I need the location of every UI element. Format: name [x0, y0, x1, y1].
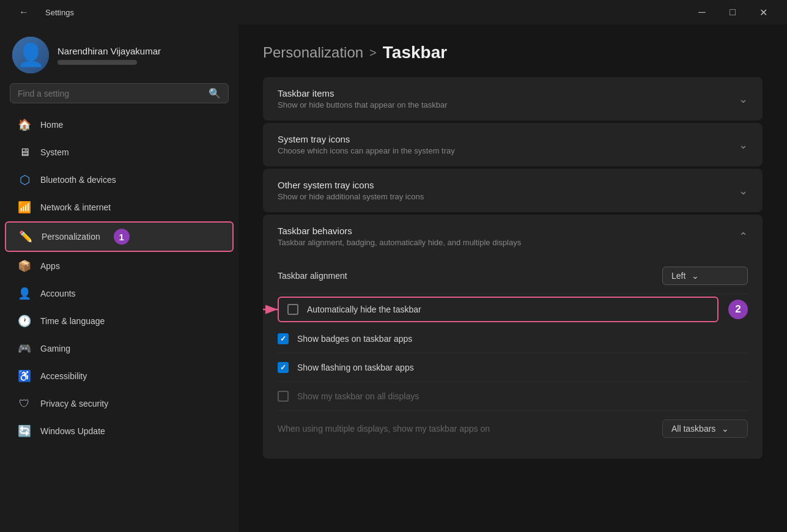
sidebar-item-accessibility[interactable]: ♿ Accessibility — [5, 363, 234, 390]
sidebar-item-label: Time & language — [40, 316, 105, 326]
accordion-info: Other system tray icons Show or hide add… — [278, 180, 424, 201]
sidebar-item-label: Privacy & security — [40, 399, 108, 408]
annotation-badge-2: 2 — [728, 300, 748, 319]
window-controls: ─ □ ✕ — [688, 3, 777, 21]
accordion-subtitle: Taskbar alignment, badging, automaticall… — [278, 238, 521, 247]
time-icon: 🕐 — [17, 314, 32, 328]
home-icon: 🏠 — [17, 117, 32, 132]
sidebar-item-update[interactable]: 🔄 Windows Update — [5, 418, 234, 445]
chevron-down-icon: ⌄ — [739, 184, 748, 198]
accordion-title: Taskbar items — [278, 88, 448, 98]
system-icon: 🖥 — [17, 145, 32, 160]
privacy-icon: 🛡 — [17, 396, 32, 411]
nav-badge-1: 1 — [114, 229, 130, 245]
update-icon: 🔄 — [17, 424, 32, 438]
sidebar-item-label: Apps — [40, 261, 60, 271]
accordion-other-tray: Other system tray icons Show or hide add… — [263, 169, 763, 212]
accordion-info: System tray icons Choose which icons can… — [278, 134, 455, 155]
multiple-displays-label: When using multiple displays, show my ta… — [278, 424, 654, 434]
autohide-highlight: Automatically hide the taskbar — [278, 297, 719, 322]
accordion-title: System tray icons — [278, 134, 455, 144]
show-flashing-label: Show flashing on taskbar apps — [297, 363, 748, 372]
alignment-dropdown[interactable]: Left ⌄ — [662, 267, 748, 285]
arrow-annotation — [263, 297, 284, 322]
search-input[interactable] — [18, 89, 204, 98]
minimize-button[interactable]: ─ — [688, 3, 716, 21]
nav-list: 🏠 Home 🖥 System ⬡ Bluetooth & devices 📶 … — [0, 111, 238, 445]
sidebar-item-time[interactable]: 🕐 Time & language — [5, 308, 234, 334]
close-button[interactable]: ✕ — [749, 3, 777, 21]
sidebar-item-label: System — [40, 147, 69, 157]
search-container: 🔍 — [0, 83, 238, 111]
accordion-taskbar-items: Taskbar items Show or hide buttons that … — [263, 77, 763, 120]
sidebar-item-label: Accounts — [40, 289, 76, 298]
breadcrumb-parent: Personalization — [263, 44, 363, 61]
accordion-title: Other system tray icons — [278, 180, 424, 190]
sidebar: Narendhiran Vijayakumar 🔍 🏠 Home 🖥 Syste… — [0, 24, 238, 532]
back-button[interactable]: ← — [10, 3, 38, 21]
accordion-header-taskbar-behaviors[interactable]: Taskbar behaviors Taskbar alignment, bad… — [263, 215, 763, 258]
avatar — [12, 37, 49, 73]
all-displays-checkbox[interactable] — [278, 391, 289, 402]
accordion-subtitle: Show or hide additional system tray icon… — [278, 192, 424, 201]
accordion-header-taskbar-items[interactable]: Taskbar items Show or hide buttons that … — [263, 77, 763, 120]
avatar-image — [12, 37, 49, 73]
accordion-body-behaviors: Taskbar alignment Left ⌄ — [263, 258, 763, 459]
accordion-header-system-tray[interactable]: System tray icons Choose which icons can… — [263, 123, 763, 166]
search-box[interactable]: 🔍 — [10, 83, 229, 103]
app-title: Settings — [45, 8, 74, 17]
accessibility-icon: ♿ — [17, 369, 32, 383]
accounts-icon: 👤 — [17, 286, 32, 301]
sidebar-item-label: Windows Update — [40, 426, 105, 436]
chevron-down-icon: ⌄ — [739, 92, 748, 106]
personalization-icon: ✏️ — [18, 229, 33, 244]
alignment-row: Taskbar alignment Left ⌄ — [278, 258, 748, 294]
multiple-displays-row: When using multiple displays, show my ta… — [278, 411, 748, 446]
show-badges-row: Show badges on taskbar apps — [278, 325, 748, 353]
sidebar-item-label: Gaming — [40, 344, 70, 353]
breadcrumb: Personalization > Taskbar — [263, 43, 763, 62]
alignment-value: Left — [671, 271, 685, 281]
network-icon: 📶 — [17, 200, 32, 215]
accordion-subtitle: Show or hide buttons that appear on the … — [278, 100, 448, 109]
sidebar-item-gaming[interactable]: 🎮 Gaming — [5, 335, 234, 362]
show-flashing-checkbox[interactable] — [278, 362, 289, 373]
autohide-label: Automatically hide the taskbar — [307, 305, 709, 314]
accordion-header-other-tray[interactable]: Other system tray icons Show or hide add… — [263, 169, 763, 212]
bluetooth-icon: ⬡ — [17, 172, 32, 187]
multiple-displays-dropdown[interactable]: All taskbars ⌄ — [662, 419, 748, 438]
sidebar-item-label: Personalization — [42, 232, 100, 242]
chevron-down-icon: ⌄ — [692, 271, 699, 281]
sidebar-item-privacy[interactable]: 🛡 Privacy & security — [5, 390, 234, 417]
accordion-taskbar-behaviors: Taskbar behaviors Taskbar alignment, bad… — [263, 215, 763, 459]
sidebar-item-personalization[interactable]: ✏️ Personalization 1 — [5, 221, 234, 252]
sidebar-item-label: Bluetooth & devices — [40, 175, 116, 185]
sidebar-item-accounts[interactable]: 👤 Accounts — [5, 280, 234, 307]
accordion-info: Taskbar behaviors Taskbar alignment, bad… — [278, 226, 521, 247]
alignment-label: Taskbar alignment — [278, 271, 662, 281]
sidebar-item-network[interactable]: 📶 Network & internet — [5, 194, 234, 221]
chevron-up-icon: ⌃ — [739, 230, 748, 243]
title-bar-left: ← Settings — [10, 3, 74, 21]
title-bar: ← Settings ─ □ ✕ — [0, 0, 787, 24]
sidebar-item-apps[interactable]: 📦 Apps — [5, 253, 234, 279]
show-badges-checkbox[interactable] — [278, 333, 289, 344]
sidebar-item-bluetooth[interactable]: ⬡ Bluetooth & devices — [5, 166, 234, 193]
breadcrumb-current: Taskbar — [383, 43, 447, 62]
sidebar-item-system[interactable]: 🖥 System — [5, 139, 234, 166]
profile-info: Narendhiran Vijayakumar — [57, 46, 161, 65]
chevron-down-icon: ⌄ — [739, 138, 748, 152]
sidebar-item-label: Home — [40, 120, 63, 130]
autohide-checkbox[interactable] — [287, 304, 298, 315]
search-icon: 🔍 — [209, 87, 221, 99]
all-displays-row: Show my taskbar on all displays — [278, 382, 748, 411]
profile-name: Narendhiran Vijayakumar — [57, 46, 161, 56]
maximize-button[interactable]: □ — [719, 3, 747, 21]
profile-section: Narendhiran Vijayakumar — [0, 24, 238, 83]
accordion-system-tray: System tray icons Choose which icons can… — [263, 123, 763, 166]
content-area: Personalization > Taskbar Taskbar items … — [238, 24, 787, 532]
show-badges-label: Show badges on taskbar apps — [297, 334, 748, 344]
sidebar-item-home[interactable]: 🏠 Home — [5, 111, 234, 138]
show-flashing-row: Show flashing on taskbar apps — [278, 353, 748, 382]
app-body: Narendhiran Vijayakumar 🔍 🏠 Home 🖥 Syste… — [0, 24, 787, 532]
